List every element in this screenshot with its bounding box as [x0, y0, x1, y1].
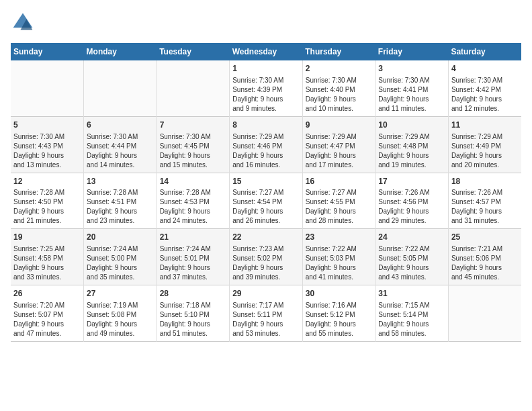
calendar-cell: 10Sunrise: 7:29 AM Sunset: 4:48 PM Dayli…	[375, 116, 449, 173]
day-number: 20	[87, 232, 154, 243]
day-info: Sunrise: 7:17 AM Sunset: 5:11 PM Dayligh…	[232, 301, 300, 338]
day-number: 3	[378, 63, 445, 75]
calendar-cell: 9Sunrise: 7:29 AM Sunset: 4:47 PM Daylig…	[302, 116, 375, 173]
calendar-cell: 6Sunrise: 7:30 AM Sunset: 4:44 PM Daylig…	[84, 116, 157, 173]
day-info: Sunrise: 7:28 AM Sunset: 4:51 PM Dayligh…	[87, 188, 154, 226]
calendar-cell: 4Sunrise: 7:30 AM Sunset: 4:42 PM Daylig…	[448, 60, 521, 116]
calendar-cell: 21Sunrise: 7:24 AM Sunset: 5:01 PM Dayli…	[157, 229, 230, 285]
calendar-cell: 16Sunrise: 7:27 AM Sunset: 4:55 PM Dayli…	[302, 173, 375, 229]
day-number: 15	[232, 176, 300, 187]
day-number: 28	[160, 288, 227, 300]
header-sunday: Sunday	[11, 43, 84, 60]
calendar-cell: 18Sunrise: 7:26 AM Sunset: 4:57 PM Dayli…	[448, 173, 521, 229]
day-number: 19	[13, 232, 81, 243]
day-info: Sunrise: 7:30 AM Sunset: 4:42 PM Dayligh…	[451, 76, 519, 113]
calendar-cell: 24Sunrise: 7:22 AM Sunset: 5:05 PM Dayli…	[375, 229, 449, 285]
day-number: 17	[378, 176, 445, 187]
calendar-cell: 1Sunrise: 7:30 AM Sunset: 4:39 PM Daylig…	[230, 60, 303, 116]
day-info: Sunrise: 7:23 AM Sunset: 5:02 PM Dayligh…	[232, 244, 300, 282]
day-info: Sunrise: 7:21 AM Sunset: 5:06 PM Dayligh…	[451, 244, 519, 282]
day-info: Sunrise: 7:20 AM Sunset: 5:07 PM Dayligh…	[13, 301, 81, 338]
header-monday: Monday	[84, 43, 157, 60]
calendar-cell: 25Sunrise: 7:21 AM Sunset: 5:06 PM Dayli…	[448, 229, 521, 285]
day-number: 13	[87, 176, 154, 187]
day-number: 9	[306, 120, 373, 131]
header-tuesday: Tuesday	[157, 43, 230, 60]
calendar-header-row: SundayMondayTuesdayWednesdayThursdayFrid…	[11, 43, 521, 60]
calendar-cell: 14Sunrise: 7:28 AM Sunset: 4:53 PM Dayli…	[157, 173, 230, 229]
day-info: Sunrise: 7:30 AM Sunset: 4:43 PM Dayligh…	[13, 132, 81, 170]
calendar-cell: 31Sunrise: 7:15 AM Sunset: 5:14 PM Dayli…	[375, 285, 449, 342]
day-info: Sunrise: 7:26 AM Sunset: 4:56 PM Dayligh…	[378, 188, 445, 226]
day-number: 6	[87, 120, 154, 131]
week-row-1: 1Sunrise: 7:30 AM Sunset: 4:39 PM Daylig…	[11, 60, 521, 116]
day-number: 26	[13, 288, 81, 300]
header-thursday: Thursday	[302, 43, 375, 60]
day-info: Sunrise: 7:22 AM Sunset: 5:03 PM Dayligh…	[306, 244, 373, 282]
page-header	[11, 11, 521, 35]
calendar-cell: 13Sunrise: 7:28 AM Sunset: 4:51 PM Dayli…	[84, 173, 157, 229]
day-number: 31	[378, 288, 445, 300]
calendar-cell: 2Sunrise: 7:30 AM Sunset: 4:40 PM Daylig…	[302, 60, 375, 116]
calendar-cell: 28Sunrise: 7:18 AM Sunset: 5:10 PM Dayli…	[157, 285, 230, 342]
calendar-cell	[11, 60, 84, 116]
header-wednesday: Wednesday	[230, 43, 303, 60]
day-info: Sunrise: 7:25 AM Sunset: 4:58 PM Dayligh…	[13, 244, 81, 282]
week-row-5: 26Sunrise: 7:20 AM Sunset: 5:07 PM Dayli…	[11, 285, 521, 342]
day-info: Sunrise: 7:16 AM Sunset: 5:12 PM Dayligh…	[306, 301, 373, 338]
calendar-cell: 12Sunrise: 7:28 AM Sunset: 4:50 PM Dayli…	[11, 173, 84, 229]
header-friday: Friday	[375, 43, 449, 60]
day-number: 7	[160, 120, 227, 131]
day-number: 4	[451, 63, 519, 75]
day-number: 24	[378, 232, 445, 243]
day-info: Sunrise: 7:15 AM Sunset: 5:14 PM Dayligh…	[378, 301, 445, 338]
calendar-cell: 7Sunrise: 7:30 AM Sunset: 4:45 PM Daylig…	[157, 116, 230, 173]
calendar-cell: 20Sunrise: 7:24 AM Sunset: 5:00 PM Dayli…	[84, 229, 157, 285]
day-info: Sunrise: 7:18 AM Sunset: 5:10 PM Dayligh…	[160, 301, 227, 338]
week-row-2: 5Sunrise: 7:30 AM Sunset: 4:43 PM Daylig…	[11, 116, 521, 173]
day-info: Sunrise: 7:29 AM Sunset: 4:48 PM Dayligh…	[378, 132, 445, 170]
day-number: 16	[306, 176, 373, 187]
calendar-cell: 3Sunrise: 7:30 AM Sunset: 4:41 PM Daylig…	[375, 60, 449, 116]
day-number: 1	[232, 63, 300, 75]
day-info: Sunrise: 7:24 AM Sunset: 5:00 PM Dayligh…	[87, 244, 154, 282]
header-saturday: Saturday	[448, 43, 521, 60]
calendar-cell	[84, 60, 157, 116]
day-number: 5	[13, 120, 81, 131]
day-number: 8	[232, 120, 300, 131]
day-info: Sunrise: 7:30 AM Sunset: 4:45 PM Dayligh…	[160, 132, 227, 170]
day-number: 25	[451, 232, 519, 243]
day-number: 30	[306, 288, 373, 300]
week-row-4: 19Sunrise: 7:25 AM Sunset: 4:58 PM Dayli…	[11, 229, 521, 285]
day-number: 29	[232, 288, 300, 300]
day-info: Sunrise: 7:19 AM Sunset: 5:08 PM Dayligh…	[87, 301, 154, 338]
logo	[11, 11, 38, 35]
day-number: 22	[232, 232, 300, 243]
calendar-cell: 26Sunrise: 7:20 AM Sunset: 5:07 PM Dayli…	[11, 285, 84, 342]
day-info: Sunrise: 7:29 AM Sunset: 4:49 PM Dayligh…	[451, 132, 519, 170]
logo-icon	[11, 11, 35, 35]
calendar-cell	[448, 285, 521, 342]
day-number: 2	[306, 63, 373, 75]
day-info: Sunrise: 7:27 AM Sunset: 4:55 PM Dayligh…	[306, 188, 373, 226]
day-info: Sunrise: 7:30 AM Sunset: 4:40 PM Dayligh…	[306, 76, 373, 113]
calendar-cell: 30Sunrise: 7:16 AM Sunset: 5:12 PM Dayli…	[302, 285, 375, 342]
day-number: 27	[87, 288, 154, 300]
day-info: Sunrise: 7:30 AM Sunset: 4:41 PM Dayligh…	[378, 76, 445, 113]
calendar-cell: 19Sunrise: 7:25 AM Sunset: 4:58 PM Dayli…	[11, 229, 84, 285]
calendar-cell: 22Sunrise: 7:23 AM Sunset: 5:02 PM Dayli…	[230, 229, 303, 285]
day-info: Sunrise: 7:30 AM Sunset: 4:44 PM Dayligh…	[87, 132, 154, 170]
day-info: Sunrise: 7:26 AM Sunset: 4:57 PM Dayligh…	[451, 188, 519, 226]
day-info: Sunrise: 7:28 AM Sunset: 4:53 PM Dayligh…	[160, 188, 227, 226]
day-number: 14	[160, 176, 227, 187]
calendar-cell: 5Sunrise: 7:30 AM Sunset: 4:43 PM Daylig…	[11, 116, 84, 173]
day-info: Sunrise: 7:24 AM Sunset: 5:01 PM Dayligh…	[160, 244, 227, 282]
day-info: Sunrise: 7:28 AM Sunset: 4:50 PM Dayligh…	[13, 188, 81, 226]
calendar-cell: 29Sunrise: 7:17 AM Sunset: 5:11 PM Dayli…	[230, 285, 303, 342]
calendar-table: SundayMondayTuesdayWednesdayThursdayFrid…	[11, 43, 521, 342]
day-info: Sunrise: 7:29 AM Sunset: 4:47 PM Dayligh…	[306, 132, 373, 170]
day-number: 10	[378, 120, 445, 131]
day-number: 21	[160, 232, 227, 243]
week-row-3: 12Sunrise: 7:28 AM Sunset: 4:50 PM Dayli…	[11, 173, 521, 229]
day-number: 11	[451, 120, 519, 131]
